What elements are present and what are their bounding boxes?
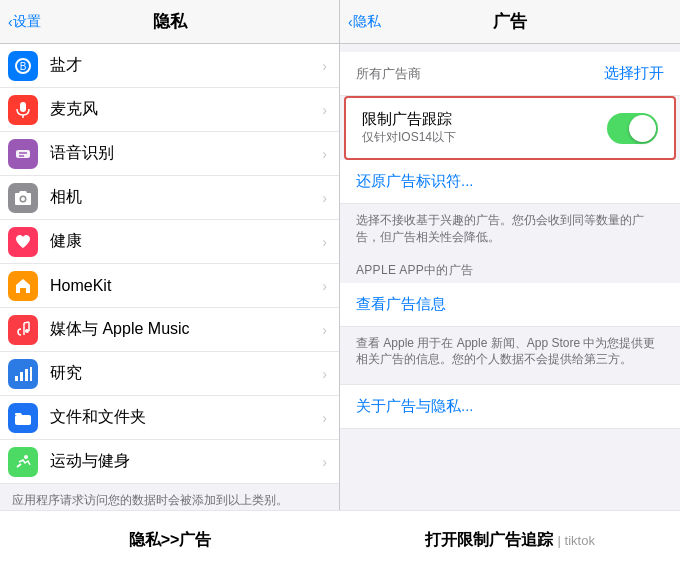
svg-rect-17 (15, 415, 31, 425)
list-item-wallet[interactable]: B 盐才 › (0, 44, 339, 88)
wallet-icon: B (8, 51, 38, 81)
list-item-microphone[interactable]: 麦克风 › (0, 88, 339, 132)
homekit-label: HomeKit (50, 277, 322, 295)
left-caption: 隐私>>广告 (0, 530, 340, 551)
svg-rect-4 (16, 150, 30, 158)
homekit-icon (8, 271, 38, 301)
homekit-chevron: › (322, 278, 327, 294)
toggle-knob (629, 115, 656, 142)
right-back-label: 隐私 (353, 13, 381, 31)
list-item-files[interactable]: 文件和文件夹 › (0, 396, 339, 440)
microphone-icon (8, 95, 38, 125)
research-label: 研究 (50, 363, 322, 384)
all-ads-label: 所有广告商 (356, 65, 604, 83)
about-ads-link[interactable]: 关于广告与隐私... (340, 385, 680, 429)
limit-sublabel: 仅针对IOS14以下 (362, 129, 599, 146)
desc2: 查看 Apple 用于在 Apple 新闻、App Store 中为您提供更相关… (340, 327, 680, 377)
view-info-label: 查看广告信息 (356, 295, 446, 312)
left-nav-title: 隐私 (153, 10, 187, 33)
list-item-research[interactable]: 研究 › (0, 352, 339, 396)
right-nav-title: 广告 (493, 10, 527, 33)
right-caption-source: | tiktok (558, 533, 595, 548)
list-item-fitness[interactable]: 运动与健身 › (0, 440, 339, 484)
music-icon (8, 315, 38, 345)
fitness-label: 运动与健身 (50, 451, 322, 472)
health-label: 健康 (50, 231, 322, 252)
wallet-label: 盐才 (50, 55, 322, 76)
left-back-label: 设置 (13, 13, 41, 31)
limit-label: 限制广告跟踪 (362, 110, 599, 129)
left-screen: ‹ 设置 隐私 B 盐才 › 麦克风 › (0, 0, 340, 510)
right-caption: 打开限制广告追踪 | tiktok (340, 530, 680, 551)
research-icon (8, 359, 38, 389)
files-icon (8, 403, 38, 433)
about-label: 关于广告与隐私... (356, 397, 474, 414)
svg-rect-2 (20, 102, 26, 112)
restore-ads-link[interactable]: 还原广告标识符... (340, 160, 680, 204)
left-settings-list: B 盐才 › 麦克风 › 语音识别 › (0, 44, 339, 510)
music-chevron: › (322, 322, 327, 338)
speech-label: 语音识别 (50, 143, 322, 164)
health-chevron: › (322, 234, 327, 250)
list-item-homekit[interactable]: HomeKit › (0, 264, 339, 308)
research-chevron: › (322, 366, 327, 382)
camera-icon (8, 183, 38, 213)
camera-chevron: › (322, 190, 327, 206)
music-label: 媒体与 Apple Music (50, 319, 322, 340)
files-label: 文件和文件夹 (50, 407, 322, 428)
all-ads-row: 所有广告商 选择打开 (340, 52, 680, 96)
camera-label: 相机 (50, 187, 322, 208)
all-ads-value: 选择打开 (604, 64, 664, 83)
health-icon (8, 227, 38, 257)
limit-ads-toggle[interactable] (607, 113, 658, 144)
list-item-speech[interactable]: 语音识别 › (0, 132, 339, 176)
captions: 隐私>>广告 打开限制广告追踪 | tiktok (0, 510, 680, 570)
wallet-chevron: › (322, 58, 327, 74)
svg-point-12 (25, 329, 29, 333)
left-nav-bar: ‹ 设置 隐私 (0, 0, 339, 44)
left-back-button[interactable]: ‹ 设置 (8, 13, 41, 31)
speech-chevron: › (322, 146, 327, 162)
desc1: 选择不接收基于兴趣的广告。您仍会收到同等数量的广告，但广告相关性会降低。 (340, 204, 680, 254)
right-nav-bar: ‹ 隐私 广告 (340, 0, 680, 44)
list-item-camera[interactable]: 相机 › (0, 176, 339, 220)
speech-icon (8, 139, 38, 169)
right-back-button[interactable]: ‹ 隐私 (348, 13, 381, 31)
fitness-chevron: › (322, 454, 327, 470)
svg-text:B: B (20, 61, 27, 72)
svg-point-18 (24, 455, 28, 459)
list-item-music[interactable]: 媒体与 Apple Music › (0, 308, 339, 352)
svg-point-8 (21, 197, 25, 201)
apple-section-label: APPLE APP中的广告 (340, 254, 680, 283)
list-item-health[interactable]: 健康 › (0, 220, 339, 264)
files-chevron: › (322, 410, 327, 426)
svg-rect-16 (30, 367, 32, 381)
microphone-label: 麦克风 (50, 99, 322, 120)
svg-rect-14 (20, 372, 23, 381)
restore-label: 还原广告标识符... (356, 172, 474, 189)
limit-ads-row[interactable]: 限制广告跟踪 仅针对IOS14以下 (344, 96, 676, 160)
svg-rect-15 (25, 369, 28, 381)
right-screen: ‹ 隐私 广告 所有广告商 选择打开 限制广告跟踪 仅针对IOS14以下 (340, 0, 680, 510)
fitness-icon (8, 447, 38, 477)
view-ads-info-link[interactable]: 查看广告信息 (340, 283, 680, 327)
svg-rect-13 (15, 376, 18, 381)
left-section-footer: 应用程序请求访问您的数据时会被添加到以上类别。 (0, 484, 339, 510)
microphone-chevron: › (322, 102, 327, 118)
